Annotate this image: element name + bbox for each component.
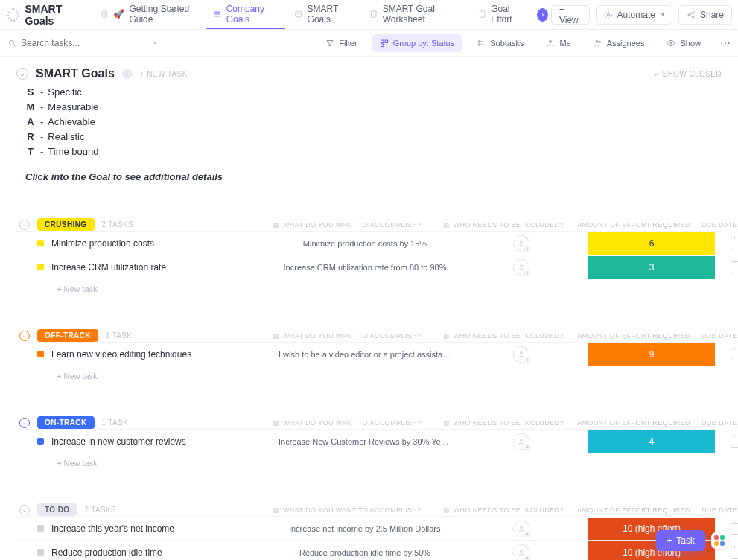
status-square: [37, 264, 44, 270]
collapse-group[interactable]: ⌄: [19, 331, 30, 341]
label: Subtasks: [490, 39, 524, 48]
effort-value[interactable]: 3: [588, 256, 715, 279]
status-square: [37, 351, 44, 357]
group-by-button[interactable]: Group by: Status: [372, 34, 462, 52]
share-icon: [687, 10, 696, 19]
dash: -: [40, 100, 43, 115]
tasks-count: 1 TASK: [102, 419, 128, 427]
acronym-letter: R: [25, 130, 36, 144]
svg-point-6: [693, 12, 694, 13]
svg-rect-10: [385, 40, 388, 43]
eye-icon: [667, 39, 675, 48]
subtasks-button[interactable]: Subtasks: [469, 34, 531, 52]
task-row[interactable]: Learn new video editing techniquesI wish…: [16, 342, 722, 366]
due-date-picker[interactable]: [731, 349, 738, 360]
new-task-row[interactable]: + New task: [16, 453, 722, 468]
due-date-picker[interactable]: [731, 547, 738, 559]
tab-getting-started[interactable]: Getting Started Guide: [93, 1, 204, 29]
effort-value[interactable]: 4: [588, 430, 715, 453]
label: Me: [559, 39, 570, 48]
tab-label: Getting Started Guide: [129, 4, 197, 25]
task-row[interactable]: Reduce production idle timeReduce produc…: [16, 540, 722, 560]
tab-goal-effort[interactable]: Goal Effort: [471, 1, 532, 29]
svg-point-19: [521, 439, 523, 441]
due-date-picker[interactable]: [731, 238, 738, 249]
acronym-block: S-SpecificM-MeasurableA-AchievableR-Real…: [0, 85, 738, 159]
due-date-picker[interactable]: [731, 436, 738, 448]
collapse-group[interactable]: ⌄: [19, 220, 30, 230]
collapse-list[interactable]: ⌄: [16, 68, 28, 80]
tab-smart-goals[interactable]: SMART Goals: [287, 1, 360, 29]
show-button[interactable]: Show: [659, 34, 708, 52]
new-task-row[interactable]: + New task: [16, 366, 722, 381]
tab-label: SMART Goal Worksheet: [383, 4, 462, 25]
new-task-fab[interactable]: + Task: [656, 530, 705, 551]
column-due: DUE DATE: [697, 221, 738, 229]
add-assignee[interactable]: [513, 521, 529, 537]
svg-point-16: [521, 241, 523, 243]
due-date-picker[interactable]: [731, 523, 738, 535]
accomplish-cell: Reduce production idle time by 50%: [276, 548, 454, 557]
people-icon: [594, 39, 602, 48]
svg-rect-2: [372, 10, 377, 17]
effort-value[interactable]: 6: [588, 232, 715, 255]
status-badge[interactable]: CRUSHING: [37, 218, 95, 231]
new-task-row[interactable]: + New task: [16, 279, 722, 293]
tab-company-goals[interactable]: Company Goals: [206, 1, 285, 29]
column-who: ▦WHO NEEDS TO BE INCLUDED?: [436, 506, 570, 514]
add-view-button[interactable]: + View: [551, 5, 590, 25]
svg-point-14: [599, 41, 600, 42]
task-row[interactable]: Minimize production costsMinimize produc…: [16, 231, 722, 255]
task-title: Increase this year's net income: [51, 524, 174, 534]
acronym-letter: T: [25, 144, 36, 159]
assignees-button[interactable]: Assignees: [586, 34, 652, 52]
effort-value[interactable]: 9: [588, 343, 715, 366]
svg-point-7: [693, 16, 694, 18]
status-group: ⌄TO DO2 TASKS▦WHAT DO YOU WANT TO ACCOMP…: [16, 503, 722, 560]
search-input[interactable]: [21, 38, 144, 48]
add-assignee[interactable]: [513, 235, 529, 252]
info-icon[interactable]: i: [122, 69, 133, 79]
new-task-header[interactable]: + NEW TASK: [140, 70, 188, 78]
tab-label: Goal Effort: [491, 4, 525, 25]
add-assignee[interactable]: [513, 544, 529, 561]
tab-label: SMART Goals: [308, 4, 354, 25]
share-button[interactable]: Share: [678, 5, 732, 25]
rocket-icon: [113, 9, 124, 19]
acronym-letter: A: [25, 115, 36, 130]
add-assignee[interactable]: [513, 346, 529, 363]
svg-rect-9: [381, 40, 384, 43]
status-badge[interactable]: ON-TRACK: [37, 416, 95, 429]
task-row[interactable]: Increase CRM utilization rateIncrease CR…: [16, 255, 722, 279]
task-row[interactable]: Increase in new customer reviewsIncrease…: [16, 429, 722, 453]
dash: -: [40, 130, 43, 144]
show-closed[interactable]: SHOW CLOSED: [654, 70, 722, 78]
filter-button[interactable]: Filter: [318, 34, 364, 52]
more-menu[interactable]: ⋯: [716, 37, 731, 49]
tabs-scroll-right[interactable]: ›: [537, 8, 548, 22]
tab-label: Company Goals: [226, 4, 279, 25]
label: Assignees: [607, 39, 645, 48]
automate-button[interactable]: Automate ▾: [596, 5, 672, 25]
me-button[interactable]: Me: [538, 34, 578, 52]
acronym-row: S-Specific: [25, 85, 722, 100]
status-group: ⌄CRUSHING2 TASKS▦WHAT DO YOU WANT TO ACC…: [16, 218, 722, 293]
group-header: ⌄CRUSHING2 TASKS▦WHAT DO YOU WANT TO ACC…: [16, 218, 722, 231]
add-assignee[interactable]: [513, 259, 529, 276]
tasks-count: 1 TASK: [106, 331, 132, 340]
collapse-group[interactable]: ⌄: [19, 505, 30, 515]
due-date-picker[interactable]: [731, 261, 738, 273]
status-badge[interactable]: OFF-TRACK: [37, 329, 98, 342]
label: Automate: [617, 10, 655, 20]
search-wrap: ▾: [7, 38, 156, 48]
svg-point-13: [596, 40, 598, 42]
status-badge[interactable]: TO DO: [37, 503, 77, 516]
add-assignee[interactable]: [513, 433, 529, 450]
tab-worksheet[interactable]: SMART Goal Worksheet: [362, 1, 469, 29]
chevron-down-icon[interactable]: ▾: [153, 39, 156, 46]
column-accomplish: ▦WHAT DO YOU WANT TO ACCOMPLISH?: [258, 221, 436, 229]
apps-button[interactable]: [711, 532, 728, 549]
task-row[interactable]: Increase this year's net incomeincrease …: [16, 516, 722, 540]
acronym-word: Specific: [48, 85, 82, 100]
collapse-group[interactable]: ⌄: [19, 418, 30, 428]
